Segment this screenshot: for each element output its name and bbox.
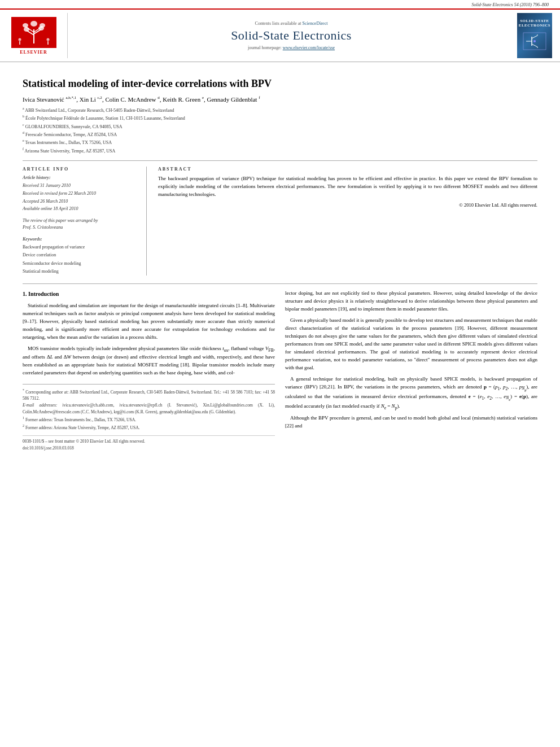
article-info-col: ARTICLE INFO Article history: Received 3… bbox=[23, 167, 147, 276]
footnotes-area: * Corresponding author at: ABB Switzerla… bbox=[23, 384, 275, 452]
svg-point-6 bbox=[24, 27, 29, 32]
paper-title: Statistical modeling of inter-device cor… bbox=[23, 78, 537, 90]
elsevier-logo-box bbox=[11, 17, 56, 48]
journal-header: ELSEVIER Contents lists available at Sci… bbox=[0, 8, 560, 62]
sciencedirect-line: Contents lists available at ScienceDirec… bbox=[255, 21, 328, 26]
svg-line-18 bbox=[532, 36, 537, 38]
footnote-1: 1 Former address: Texas Instruments Inc.… bbox=[23, 416, 275, 423]
abstract-text: The backward propagation of variance (BP… bbox=[158, 175, 537, 199]
article-info-header: ARTICLE INFO bbox=[23, 167, 138, 172]
keyword-2: Device correlation bbox=[23, 251, 138, 259]
body-para-6: Although the BPV procedure is general, a… bbox=[285, 414, 537, 430]
keywords-section: Keywords: Backward propagation of varian… bbox=[23, 237, 138, 276]
footnote-email: E-mail addresses: ivica.stevanovic@ch.ab… bbox=[23, 402, 275, 416]
svg-point-22 bbox=[533, 40, 536, 42]
keyword-4: Statistical modeling bbox=[23, 268, 138, 276]
abstract-copyright: © 2010 Elsevier Ltd. All rights reserved… bbox=[158, 202, 537, 208]
elsevier-logo-area: ELSEVIER bbox=[6, 13, 68, 58]
journal-ref-text: Solid-State Electronics 54 (2010) 796–80… bbox=[471, 2, 549, 7]
body-divider bbox=[23, 283, 537, 284]
abstract-col: ABSTRACT The backward propagation of var… bbox=[158, 167, 537, 276]
homepage-link[interactable]: www.elsevier.com/locate/sse bbox=[283, 45, 335, 50]
body-para-4: Given a physically based model it is gen… bbox=[285, 317, 537, 372]
body-para-1: Statistical modeling and simulation are … bbox=[23, 302, 275, 342]
journal-cover-area: SOLID-STATE ELECTRONICS bbox=[515, 13, 554, 58]
history-revised: Received in revised form 22 March 2010 bbox=[23, 190, 138, 198]
history-received: Received 31 January 2010 bbox=[23, 182, 138, 190]
svg-point-11 bbox=[18, 38, 21, 41]
elsevier-wordmark: ELSEVIER bbox=[20, 50, 47, 55]
journal-cover-image: SOLID-STATE ELECTRONICS bbox=[517, 13, 552, 58]
doi-line: doi:10.1016/j.sse.2010.03.018 bbox=[23, 445, 275, 452]
abstract-header: ABSTRACT bbox=[158, 167, 537, 172]
keyword-3: Semiconductor device modeling bbox=[23, 260, 138, 268]
svg-line-19 bbox=[532, 44, 537, 47]
section1-heading: 1. Introduction bbox=[23, 290, 275, 299]
keyword-1: Backward propagation of variance bbox=[23, 243, 138, 251]
journal-title-header: Solid-State Electronics bbox=[231, 28, 352, 43]
bottom-bar: 0038-1101/$ – see front matter © 2010 El… bbox=[23, 435, 275, 452]
affiliations: a ABB Switzerland Ltd., Corporate Resear… bbox=[23, 106, 537, 155]
issn-line: 0038-1101/$ – see front matter © 2010 El… bbox=[23, 438, 275, 445]
body-para-5: A general technique for statistical mode… bbox=[285, 375, 537, 411]
footnote-2: 2 Former address: Arizona State Universi… bbox=[23, 423, 275, 431]
journal-homepage: journal homepage: www.elsevier.com/locat… bbox=[248, 45, 335, 50]
review-note: The review of this paper was arranged by… bbox=[23, 217, 138, 231]
svg-point-10 bbox=[30, 21, 37, 27]
history-label: Article history: bbox=[23, 175, 138, 180]
svg-point-8 bbox=[23, 23, 28, 28]
keywords-label: Keywords: bbox=[23, 237, 138, 242]
body-col-left: 1. Introduction Statistical modeling and… bbox=[23, 290, 275, 452]
section-divider bbox=[23, 160, 537, 161]
journal-ref-bar: Solid-State Electronics 54 (2010) 796–80… bbox=[0, 0, 560, 8]
body-col-right: lector doping, but are not explicitly ti… bbox=[285, 290, 537, 452]
footnote-star: * Corresponding author at: ABB Switzerla… bbox=[23, 388, 275, 403]
body-para-3: lector doping, but are not explicitly ti… bbox=[285, 290, 537, 313]
article-info-abstract: ARTICLE INFO Article history: Received 3… bbox=[23, 167, 537, 276]
journal-center: Contents lists available at ScienceDirec… bbox=[73, 13, 509, 58]
authors-line: Ivica Stevanović a,b,*,1, Xin Li c,2, Co… bbox=[23, 95, 537, 103]
body-para-2: MOS transistor models typically include … bbox=[23, 345, 275, 377]
svg-point-13 bbox=[46, 38, 49, 41]
sciencedirect-link[interactable]: ScienceDirect bbox=[303, 21, 328, 26]
body-columns: 1. Introduction Statistical modeling and… bbox=[23, 290, 537, 452]
paper-container: Statistical modeling of inter-device cor… bbox=[0, 62, 560, 463]
svg-point-9 bbox=[40, 23, 45, 28]
history-online: Available online 18 April 2010 bbox=[23, 205, 138, 213]
history-accepted: Accepted 26 March 2010 bbox=[23, 198, 138, 206]
